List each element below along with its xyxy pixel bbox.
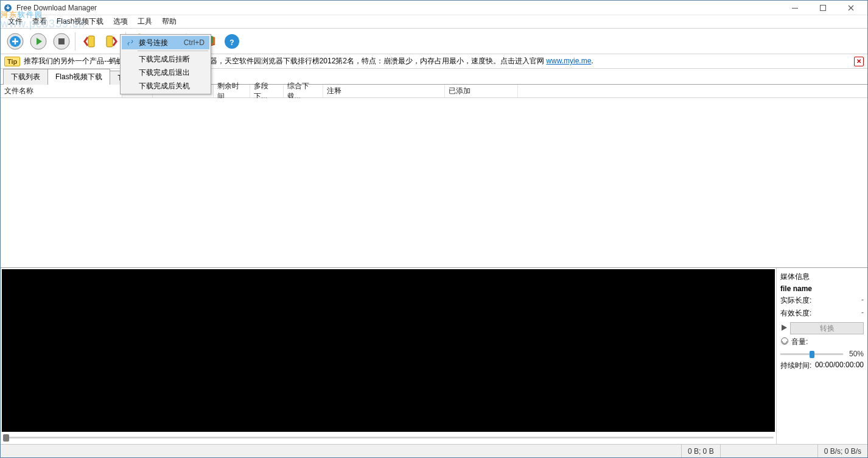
menu-tools[interactable]: 工具 [133, 16, 157, 28]
dd-label: 下载完成后挂断 [136, 54, 207, 65]
lower-panel: 媒体信息 file name 实际长度:- 有效长度:- 转换 音量: 50% … [1, 267, 867, 444]
col-sections[interactable]: 多段下... [250, 85, 284, 97]
start-all-button[interactable] [78, 30, 100, 52]
mute-icon[interactable] [780, 337, 789, 347]
row-valid-length: 有效长度:- [780, 308, 864, 319]
volume-label: 音量: [791, 337, 808, 347]
titlebar: Free Download Manager [1, 1, 867, 15]
minimize-button[interactable] [781, 1, 809, 15]
window-title: Free Download Manager [16, 4, 781, 12]
help-button[interactable]: ? [221, 30, 243, 52]
menu-file[interactable]: 文件 [3, 16, 27, 28]
convert-button[interactable]: 转换 [790, 322, 864, 334]
start-download-button[interactable] [27, 30, 49, 52]
dd-exit-after[interactable]: 下载完成后退出 [122, 66, 209, 79]
row-duration: 持续时间: 00:00/00:00:00 [780, 361, 864, 371]
menu-flash[interactable]: Flash视频下载 [52, 16, 108, 28]
tab-flash-video[interactable]: Flash视频下载 [47, 69, 110, 85]
tip-link[interactable]: www.myie.me [546, 57, 591, 65]
tab-downloads[interactable]: 下载列表 [3, 69, 48, 85]
video-seek-slider[interactable] [3, 433, 774, 443]
play-icon[interactable] [780, 324, 788, 333]
app-icon [3, 3, 13, 13]
svg-rect-2 [821, 5, 826, 10]
col-comment[interactable]: 注释 [323, 85, 445, 97]
status-size: 0 B; 0 B [681, 445, 720, 457]
list-body[interactable] [1, 98, 867, 267]
dd-label: 下载完成后关机 [136, 81, 207, 91]
toolbar-separator [75, 32, 75, 51]
col-filename[interactable]: 文件名称 [1, 85, 122, 97]
link-icon [124, 38, 136, 47]
status-speed: 0 B/s; 0 B/s [817, 445, 867, 457]
volume-percent: 50% [845, 350, 864, 358]
close-button[interactable] [837, 1, 865, 15]
svg-rect-1 [792, 8, 798, 9]
dd-accel: Ctrl+D [184, 38, 207, 47]
media-info-title: 媒体信息 [780, 272, 864, 282]
dd-label: 下载完成后退出 [136, 68, 207, 78]
maximize-button[interactable] [809, 1, 837, 15]
volume-slider[interactable] [780, 350, 843, 358]
svg-text:?: ? [229, 38, 234, 47]
add-download-button[interactable] [4, 30, 26, 52]
dd-label: 拨号连接 [136, 38, 184, 48]
media-file-name: file name [780, 284, 864, 293]
video-area[interactable] [2, 269, 775, 432]
col-timeleft[interactable]: 剩余时间 [214, 85, 250, 97]
dd-separator [138, 51, 208, 51]
statusbar: 0 B; 0 B 0 B/s; 0 B/s [1, 444, 867, 457]
svg-rect-8 [88, 36, 94, 47]
col-added[interactable]: 已添加 [445, 85, 518, 97]
dd-hangup-after[interactable]: 下载完成后挂断 [122, 52, 209, 66]
menubar: 文件 查看 Flash视频下载 选项 工具 帮助 [1, 15, 867, 29]
stop-download-button[interactable] [51, 30, 72, 52]
dd-shutdown-after[interactable]: 下载完成后关机 [122, 79, 209, 93]
video-pane [1, 268, 776, 444]
svg-rect-9 [107, 36, 113, 47]
media-info-panel: 媒体信息 file name 实际长度:- 有效长度:- 转换 音量: 50% … [776, 268, 867, 444]
connection-dropdown: 拨号连接 Ctrl+D 下载完成后挂断 下载完成后退出 下载完成后关机 [120, 34, 211, 94]
menu-options[interactable]: 选项 [108, 16, 133, 28]
col-speed[interactable]: 综合下载... [284, 85, 323, 97]
tip-close-button[interactable]: ✕ [854, 57, 864, 66]
dd-dial-connect[interactable]: 拨号连接 Ctrl+D [122, 36, 209, 49]
status-empty [720, 445, 817, 457]
svg-rect-7 [58, 38, 65, 44]
menu-help[interactable]: 帮助 [157, 16, 181, 28]
row-actual-length: 实际长度:- [780, 295, 864, 306]
tip-badge: Tip [4, 57, 20, 66]
menu-view[interactable]: 查看 [27, 16, 52, 28]
